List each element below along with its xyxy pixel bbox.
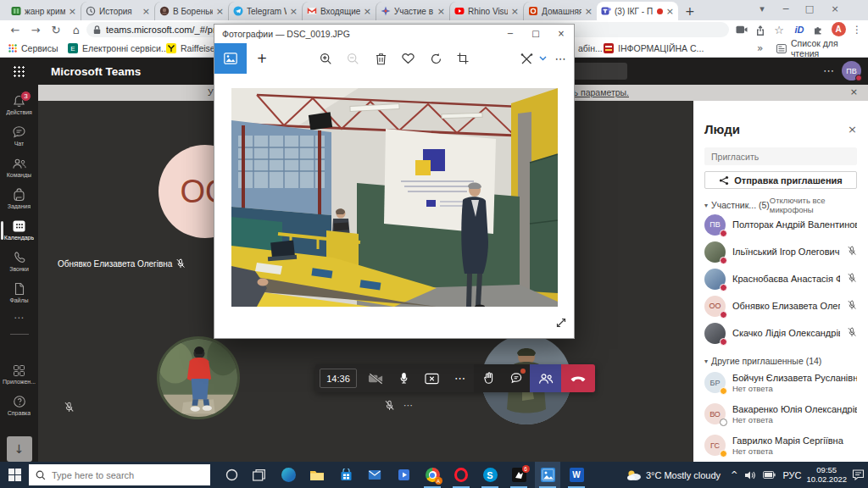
back-icon[interactable]: ← [5,24,25,36]
rotate-icon[interactable] [427,51,444,66]
tab-close-icon[interactable]: × [142,7,150,16]
rail-item-help[interactable]: Справка [0,390,38,421]
window-maximize-button[interactable]: □ [798,2,821,17]
photos-add-button[interactable]: + [253,51,270,66]
others-section-header[interactable]: ▾ Другие приглашенные (14) [704,355,857,367]
rail-item-more[interactable]: ⋯ [0,308,38,327]
bookmark-fragment[interactable]: абін... [578,42,603,55]
extensions-puzzle-icon[interactable] [810,23,826,36]
invitee-row[interactable]: ВО Вакаренко Юлія Олександрівна Нет отве… [704,398,857,430]
raise-hand-button[interactable] [474,364,502,392]
tab-rhino[interactable]: Rhino Visual × [449,2,523,20]
photos-maximize-button[interactable]: □ [523,25,548,43]
mic-button[interactable] [390,364,418,392]
stop-share-button[interactable] [418,364,446,392]
edge-icon[interactable] [275,462,301,488]
tab-history[interactable]: История × [81,2,154,20]
tray-expand-caret[interactable]: ^ [731,470,737,480]
bookmark-eservices[interactable]: Е Електронні сервіси... [68,42,169,55]
tab-close-icon[interactable]: × [437,7,445,16]
participant-row[interactable]: ОО Обнявко Елизавета Олегівна [704,292,857,319]
movies-tv-icon[interactable] [391,462,416,488]
profile-avatar[interactable]: A [831,22,846,36]
tile-more-icon[interactable]: ⋯ [403,400,413,411]
camera-off-button[interactable] [362,364,390,392]
weather-text[interactable]: 3°C Mostly cloudy [646,470,721,480]
app-badge-6-icon[interactable]: 6 [506,462,531,488]
bookmark-services[interactable]: Сервисы [8,42,58,55]
participant-row[interactable]: Ільїнський Ігор Олегович [704,238,857,265]
app-launcher-waffle-icon[interactable] [13,65,25,77]
rail-item-assignments[interactable]: Задания [0,183,38,214]
reload-icon[interactable]: ↻ [46,24,66,36]
invitee-row[interactable]: БР Бойчун Єлизавета Русланівна Нет ответ… [704,367,857,398]
speaker-icon[interactable] [744,470,756,480]
tab-close-icon[interactable]: × [666,7,674,16]
start-button[interactable] [0,462,29,488]
teams-profile-avatar[interactable]: ПВ [842,61,861,80]
rail-item-calls[interactable]: Звонки [0,246,38,277]
people-panel-close-icon[interactable]: × [848,123,857,136]
rail-item-activity[interactable]: 3 Действия [0,89,38,120]
crop-icon[interactable] [454,51,471,66]
tab-telegram[interactable]: Telegram Web × [228,2,302,20]
skype-icon[interactable]: S [477,462,503,488]
invite-input[interactable] [704,147,857,165]
tab-inbox[interactable]: Входящие (77 × [302,2,376,20]
word-icon[interactable]: W [564,462,589,488]
task-view-icon[interactable] [246,462,271,488]
rail-item-teams[interactable]: Команды [0,152,38,183]
mail-icon[interactable] [362,462,387,488]
zoom-out-icon[interactable] [344,51,361,66]
tab-close-icon[interactable]: × [216,7,224,16]
photos-app-icon[interactable] [535,462,560,488]
edit-create-icon[interactable] [518,51,535,66]
tab-genre[interactable]: жанр кримин × [7,2,81,20]
rail-item-calendar[interactable]: Календарь [0,214,38,246]
tab-participation[interactable]: Участие в но × [376,2,449,20]
opera-icon[interactable] [448,462,474,488]
tab-close-icon[interactable]: × [511,7,519,16]
send-invite-button[interactable]: Отправка приглашения [704,171,857,189]
photos-minimize-button[interactable]: − [498,25,523,43]
battery-icon[interactable] [763,471,776,479]
participant-row[interactable]: Краснобаєва Анастасія Фед... [704,265,857,292]
home-icon[interactable]: ⌂ [66,24,86,36]
chat-button[interactable] [502,364,530,392]
rail-item-files[interactable]: Файлы [0,277,38,308]
bookmarks-overflow-icon[interactable]: » [757,42,763,55]
new-tab-button[interactable]: + [685,2,695,20]
forward-icon[interactable]: → [25,24,46,36]
rail-item-chat[interactable]: Чат [0,120,38,152]
store-icon[interactable] [333,462,359,488]
bookmark-infosystem[interactable]: ІНФОРМАЦІЙНА С... [604,42,704,55]
clock[interactable]: 09:55 10.02.2022 [806,466,847,484]
tab-close-icon[interactable]: × [69,7,76,16]
action-center-icon[interactable] [852,469,865,480]
browser-menu-kebab-icon[interactable]: ⋮ [849,23,865,36]
people-button-active[interactable] [530,364,561,392]
window-close-button[interactable]: × [824,2,846,17]
photos-title-bar[interactable]: Фотографии — DSC_0019.JPG − □ × [214,25,574,43]
photos-gallery-button[interactable] [214,43,247,74]
tab-close-icon[interactable]: × [585,7,593,16]
photos-more-icon[interactable]: ⋯ [552,51,569,66]
hangup-button[interactable] [561,364,595,392]
taskbar-search[interactable] [29,464,210,485]
photos-close-button[interactable]: × [548,25,574,43]
search-input[interactable] [52,470,187,480]
participant-row[interactable]: ПВ Полторак Андрій Валентинович [704,211,857,238]
favorite-heart-icon[interactable] [399,51,416,66]
id-extension-icon[interactable]: iD [792,23,807,36]
mute-all-link[interactable]: Отключить все микрофоны [770,196,857,214]
participant-row[interactable]: Скачко Лідія Олександрівна [704,319,857,347]
tab-close-icon[interactable]: × [290,7,298,16]
zoom-in-icon[interactable] [317,51,334,66]
bookmark-star-icon[interactable]: ☆ [771,23,787,36]
cortana-icon[interactable] [219,462,244,488]
chrome-icon[interactable]: A [420,462,445,488]
teams-header-more-icon[interactable]: ⋯ [823,64,834,77]
share-icon[interactable] [753,23,768,36]
tab-search-chevron-icon[interactable]: ▾ [751,2,773,17]
invitee-row[interactable]: ГС Гаврилко Марія Сергіївна Нет ответа [704,430,857,461]
